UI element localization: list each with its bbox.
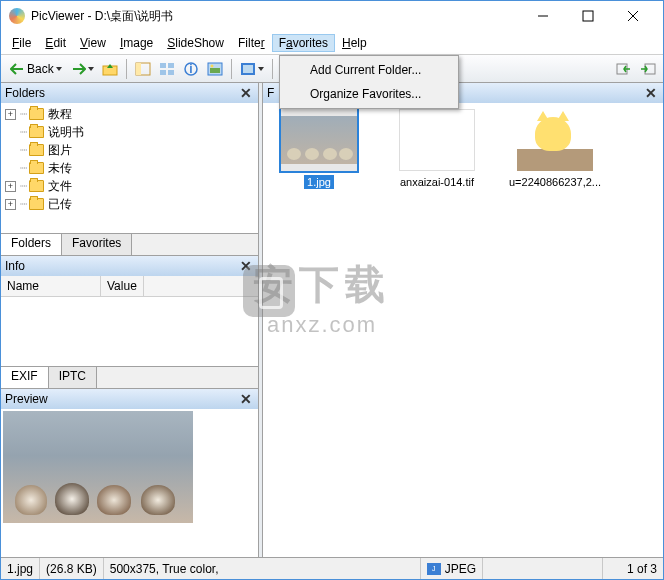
thumbnail-item[interactable]: u=2240866237,2... (505, 109, 605, 189)
folder-icon (29, 198, 44, 210)
svg-rect-17 (243, 65, 253, 73)
tree-label: 图片 (48, 142, 72, 159)
forward-button[interactable] (69, 58, 97, 80)
folder-icon (29, 126, 44, 138)
svg-rect-1 (583, 11, 593, 21)
dropdown-add-folder[interactable]: Add Current Folder... (282, 58, 456, 82)
tab-favorites[interactable]: Favorites (62, 234, 132, 256)
thumbnail-image (399, 109, 475, 171)
folders-panel-close[interactable]: ✕ (238, 85, 254, 101)
tree-label: 未传 (48, 160, 72, 177)
export-button[interactable] (637, 58, 659, 80)
titlebar: PicViewer - D:\桌面\说明书 (1, 1, 663, 31)
info-col-value[interactable]: Value (101, 276, 144, 296)
tree-expand-icon (5, 145, 16, 156)
folders-pane-button[interactable] (132, 58, 154, 80)
menu-favorites[interactable]: Favorites (272, 34, 335, 52)
thumbnail-image (281, 109, 357, 171)
folder-icon (29, 144, 44, 156)
info-button[interactable]: i (180, 58, 202, 80)
status-position: 1 of 3 (603, 558, 663, 579)
tree-expand-icon (5, 127, 16, 138)
status-filesize: (26.8 KB) (40, 558, 104, 579)
tree-item[interactable]: ┈说明书 (1, 123, 258, 141)
statusbar: 1.jpg (26.8 KB) 500x375, True color, JJP… (1, 557, 663, 579)
left-bottom-tabs: Folders Favorites (1, 233, 258, 255)
thumbnail-label: 1.jpg (304, 175, 334, 189)
preview-body (1, 409, 258, 557)
jpeg-icon: J (427, 563, 441, 575)
menubar: File Edit View Image SlideShow Filter Fa… (1, 31, 663, 55)
thumbnail-label: anxaizai-014.tif (397, 175, 477, 189)
svg-rect-9 (160, 70, 166, 75)
app-icon (9, 8, 25, 24)
maximize-button[interactable] (565, 2, 610, 30)
main-area: Folders ✕ +┈教程 ┈说明书 ┈图片 ┈未传 +┈文件 +┈已传 Fo… (1, 83, 663, 557)
dropdown-organize[interactable]: Organize Favorites... (282, 82, 456, 106)
tree-item[interactable]: +┈文件 (1, 177, 258, 195)
favorites-dropdown: Add Current Folder... Organize Favorites… (279, 55, 459, 109)
tree-expand-icon[interactable]: + (5, 181, 16, 192)
forward-dropdown-icon (88, 67, 94, 71)
folder-icon (29, 162, 44, 174)
info-panel: Info ✕ Name Value EXIF IPTC (1, 255, 258, 388)
back-dropdown-icon (56, 67, 62, 71)
tab-folders[interactable]: Folders (1, 234, 62, 256)
dropdown-icon (258, 67, 264, 71)
preview-pane-button[interactable] (204, 58, 226, 80)
preview-panel-close[interactable]: ✕ (238, 391, 254, 407)
menu-image[interactable]: Image (113, 34, 160, 52)
tree-expand-icon[interactable]: + (5, 109, 16, 120)
menu-slideshow[interactable]: SlideShow (160, 34, 231, 52)
minimize-button[interactable] (520, 2, 565, 30)
thumbnail-item[interactable]: 1.jpg (269, 109, 369, 189)
left-column: Folders ✕ +┈教程 ┈说明书 ┈图片 ┈未传 +┈文件 +┈已传 Fo… (1, 83, 259, 557)
tree-item[interactable]: +┈已传 (1, 195, 258, 213)
tab-iptc[interactable]: IPTC (49, 367, 97, 389)
menu-filter[interactable]: Filter (231, 34, 272, 52)
back-button[interactable]: Back (5, 58, 67, 80)
info-grid-header: Name Value (1, 276, 258, 297)
tree-label: 文件 (48, 178, 72, 195)
tree-item[interactable]: ┈未传 (1, 159, 258, 177)
folders-panel-title: Folders (5, 86, 238, 100)
tree-label: 说明书 (48, 124, 84, 141)
svg-rect-10 (168, 70, 174, 75)
files-panel-close[interactable]: ✕ (643, 85, 659, 101)
thumbnail-label: u=2240866237,2... (506, 175, 604, 189)
preview-image[interactable] (3, 411, 193, 523)
folders-panel-header: Folders ✕ (1, 83, 258, 103)
preview-panel-title: Preview (5, 392, 238, 406)
fullscreen-button[interactable] (237, 58, 267, 80)
svg-rect-8 (168, 63, 174, 68)
files-body[interactable]: 1.jpg anxaizai-014.tif u=2240866237,2... (263, 103, 663, 557)
tree-expand-icon[interactable]: + (5, 199, 16, 210)
toolbar-separator (272, 59, 273, 79)
up-folder-button[interactable] (99, 58, 121, 80)
tree-item[interactable]: ┈图片 (1, 141, 258, 159)
toolbar-separator (126, 59, 127, 79)
status-format: JJPEG (421, 558, 483, 579)
tree-expand-icon (5, 163, 16, 174)
menu-help[interactable]: Help (335, 34, 374, 52)
menu-view[interactable]: View (73, 34, 113, 52)
thumbnail-item[interactable]: anxaizai-014.tif (387, 109, 487, 189)
info-col-name[interactable]: Name (1, 276, 101, 296)
info-panel-close[interactable]: ✕ (238, 258, 254, 274)
folder-tree[interactable]: +┈教程 ┈说明书 ┈图片 ┈未传 +┈文件 +┈已传 (1, 103, 258, 233)
tab-exif[interactable]: EXIF (1, 367, 49, 389)
import-button[interactable] (613, 58, 635, 80)
tree-item[interactable]: +┈教程 (1, 105, 258, 123)
toolbar-separator (231, 59, 232, 79)
thumbnails-button[interactable] (156, 58, 178, 80)
menu-edit[interactable]: Edit (38, 34, 73, 52)
right-column: F ✕ 1.jpg anxaizai-014.tif u=2240866237,… (263, 83, 663, 557)
close-button[interactable] (610, 2, 655, 30)
menu-file[interactable]: File (5, 34, 38, 52)
preview-panel-header: Preview ✕ (1, 389, 258, 409)
svg-rect-7 (160, 63, 166, 68)
status-filename: 1.jpg (1, 558, 40, 579)
thumbnail-image (517, 109, 593, 171)
info-bottom-tabs: EXIF IPTC (1, 366, 258, 388)
tree-label: 教程 (48, 106, 72, 123)
